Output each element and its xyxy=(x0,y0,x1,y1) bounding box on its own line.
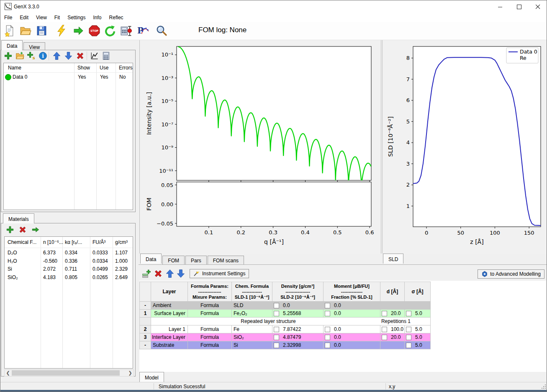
new-model-button[interactable] xyxy=(3,25,15,37)
density-value[interactable]: 5.25568 xyxy=(272,310,324,318)
roughness-value[interactable]: 5.0 xyxy=(405,333,431,341)
add-simulation-button[interactable]: s xyxy=(27,51,36,60)
roughness-value[interactable]: 5.0 xyxy=(405,325,431,333)
start-fit-button[interactable] xyxy=(72,25,85,37)
minimize-button[interactable] xyxy=(491,0,510,13)
grid-header-moment[interactable]: Moment [μB/FU]--------------Fraction [% … xyxy=(324,282,380,302)
chem-formula[interactable]: Fe xyxy=(232,325,272,333)
fit-checkbox[interactable] xyxy=(274,343,279,348)
materials-column-3[interactable]: FU/Å³ xyxy=(92,239,105,245)
thickness-value[interactable] xyxy=(380,302,405,310)
params-type[interactable]: Formula xyxy=(188,333,232,341)
moment-value[interactable]: 0.0 xyxy=(324,333,380,341)
params-type[interactable]: Formula xyxy=(188,302,232,310)
plot-tab-fom[interactable]: FOM xyxy=(162,256,185,265)
layer-name[interactable]: Ambient xyxy=(151,302,188,310)
restart-fit-button[interactable] xyxy=(104,25,116,37)
layer-name[interactable]: Interface Layer xyxy=(151,333,188,341)
move-layer-up-button[interactable] xyxy=(165,269,175,278)
fit-checkbox[interactable] xyxy=(382,335,387,340)
material-row[interactable]: SiO₂4.1830.8050.02652.649 xyxy=(5,274,133,282)
fit-checkbox[interactable] xyxy=(325,311,330,316)
data-list-row[interactable]: Data 0YesYesNo xyxy=(4,73,133,82)
materials-table[interactable]: Chemical F...n [10⁻⁶...kα [rₑ/...FU/Å³g/… xyxy=(4,236,133,369)
layer-name[interactable]: Layer 1 xyxy=(151,325,188,333)
save-model-button[interactable] xyxy=(36,25,48,37)
layer-row-layer-1[interactable]: 2Layer 1FormulaFe7.874220.0100.05.0 xyxy=(139,325,431,333)
calc-error-bars-button[interactable] xyxy=(120,25,132,37)
params-type[interactable]: Formula xyxy=(188,325,232,333)
layer-row-interface-layer[interactable]: 3Interface LayerFormulaSiO₂4.874790.020.… xyxy=(139,333,431,341)
layer-row-substrate[interactable]: -SubstrateFormulaSi2.329980.05.0 xyxy=(139,341,431,349)
grid-header-params[interactable]: Formula Params:---------------Mixure Par… xyxy=(188,282,232,302)
grid-header-d[interactable]: d [Å] xyxy=(380,282,405,302)
maximize-button[interactable] xyxy=(510,0,529,13)
move-up-button[interactable] xyxy=(52,51,61,60)
column-header-errors[interactable]: Errors xyxy=(119,65,133,71)
fit-checkbox[interactable] xyxy=(382,311,387,316)
materials-h-scrollbar[interactable]: ❮ ❯ xyxy=(4,369,134,377)
reflectivity-plot[interactable]: 10⁻¹10⁻³10⁻⁵10⁻⁷10⁻⁹10⁻¹¹0.10.20.30.40.5… xyxy=(139,40,381,254)
moment-value[interactable]: 0.0 xyxy=(324,325,380,333)
moment-value[interactable]: 0.0 xyxy=(324,302,380,310)
fit-checkbox[interactable] xyxy=(325,335,330,340)
plot-settings-button[interactable] xyxy=(90,51,99,60)
add-data-button[interactable] xyxy=(4,51,13,60)
import-data-button[interactable] xyxy=(15,51,24,60)
density-value[interactable]: 7.87422 xyxy=(272,325,324,333)
tab-materials[interactable]: Materials xyxy=(3,213,34,223)
plot-tab-sld[interactable]: SLD xyxy=(383,254,403,264)
fit-checkbox[interactable] xyxy=(406,327,411,332)
instrument-settings-button[interactable]: Instrument Settings xyxy=(190,269,249,278)
material-row[interactable]: H₂O-0.5600.3360.03341.000 xyxy=(5,257,133,265)
sld-plot[interactable]: 12345678050100150SLD [10⁻⁶Å⁻²]z [Å]Data … xyxy=(382,40,547,254)
reflectivity-figure[interactable]: 10⁻¹10⁻³10⁻⁵10⁻⁷10⁻⁹10⁻¹¹0.10.20.30.40.5… xyxy=(140,40,381,254)
repeated-structure-cell[interactable]: Repeated layer structureRepetitions 1 xyxy=(151,318,431,325)
close-button[interactable] xyxy=(529,0,547,13)
moment-value[interactable]: 0.0 xyxy=(324,341,380,349)
column-header-show[interactable]: Show xyxy=(77,65,90,71)
thickness-value[interactable]: 20.0 xyxy=(380,333,405,341)
zoom-button[interactable] xyxy=(155,25,167,37)
chem-formula[interactable]: SLD xyxy=(232,302,272,310)
density-value[interactable]: 2.32998 xyxy=(272,341,324,349)
menu-info[interactable]: Info xyxy=(90,13,105,22)
params-type[interactable]: Formula xyxy=(188,341,232,349)
fit-checkbox[interactable] xyxy=(325,303,330,308)
menu-fit[interactable]: Fit xyxy=(51,13,64,22)
layer-row-ambient[interactable]: -AmbientFormulaSLD0.00.0 xyxy=(139,302,431,310)
fit-checkbox[interactable] xyxy=(325,327,330,332)
column-header-use[interactable]: Use xyxy=(100,65,108,71)
params-type[interactable]: Formula xyxy=(188,310,232,318)
chem-formula[interactable]: Si xyxy=(232,341,272,349)
material-row[interactable]: D₂O6.3730.3340.03331.107 xyxy=(5,249,133,257)
stop-fit-button[interactable]: STOP xyxy=(88,25,100,37)
tab-model[interactable]: Model xyxy=(139,372,164,382)
resize-grip[interactable] xyxy=(541,384,546,389)
scrollbar-thumb[interactable] xyxy=(12,370,120,376)
materials-column-4[interactable]: g/cm³ xyxy=(115,239,128,245)
moment-value[interactable]: 0.0 xyxy=(324,310,380,318)
add-layer-button[interactable] xyxy=(142,269,151,278)
roughness-value[interactable] xyxy=(405,302,431,310)
grid-header-rownum[interactable] xyxy=(139,282,151,302)
menu-file[interactable]: File xyxy=(0,13,16,22)
fit-checkbox[interactable] xyxy=(325,343,330,348)
simulate-button[interactable] xyxy=(55,25,67,37)
analyze-button[interactable]: P xyxy=(137,25,149,37)
data-info-button[interactable]: i xyxy=(39,51,47,60)
plot-tab-fom-scans[interactable]: FOM scans xyxy=(208,256,244,265)
grid-header-layer[interactable]: Layer xyxy=(151,282,188,302)
thickness-value[interactable] xyxy=(380,341,405,349)
fit-checkbox[interactable] xyxy=(406,335,411,340)
menu-view[interactable]: View xyxy=(32,13,51,22)
delete-material-button[interactable] xyxy=(18,225,27,234)
materials-column-1[interactable]: n [10⁻⁶... xyxy=(43,239,63,245)
chem-formula[interactable]: Fe₂O₂ xyxy=(232,310,272,318)
chem-formula[interactable]: SiO₂ xyxy=(232,333,272,341)
open-model-button[interactable] xyxy=(19,25,31,37)
menu-settings[interactable]: Settings xyxy=(64,13,89,22)
delete-data-button[interactable] xyxy=(76,51,85,60)
roughness-value[interactable]: 5.0 xyxy=(405,341,431,349)
fit-checkbox[interactable] xyxy=(274,311,279,316)
